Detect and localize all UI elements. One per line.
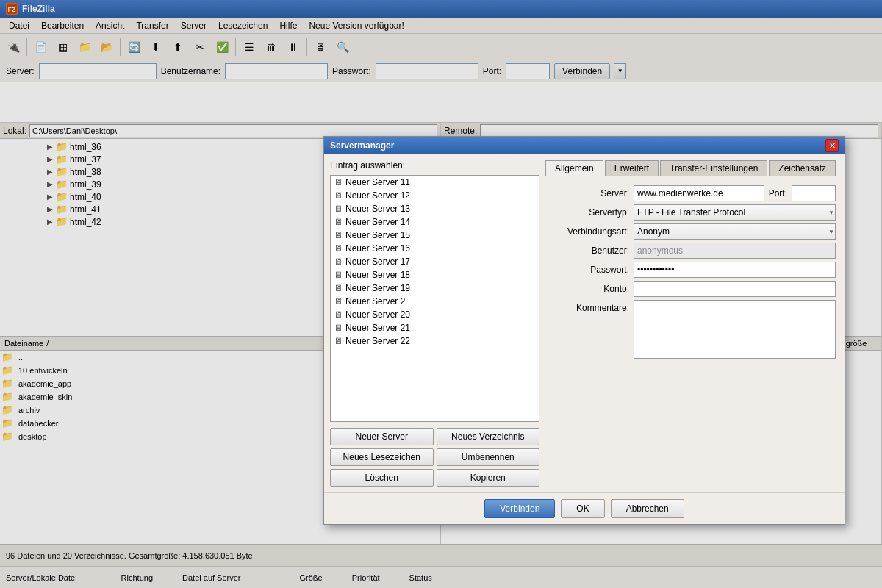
new-server-button[interactable]: Neuer Server	[330, 428, 434, 445]
dialog-close-button[interactable]: ✕	[825, 139, 839, 152]
server-action-buttons-row2: Neues Lesezeichen Umbenennen	[330, 448, 539, 466]
server-icon: 🖥	[334, 177, 343, 187]
list-item[interactable]: 🖥 Neuer Server 21	[331, 321, 539, 334]
dialog-body: Eintrag auswählen: 🖥 Neuer Server 11 🖥 N…	[324, 154, 845, 492]
server-icon: 🖥	[334, 296, 343, 306]
server-icon: 🖥	[334, 204, 343, 214]
server-icon: 🖥	[334, 257, 343, 267]
list-item[interactable]: 🖥 Neuer Server 14	[331, 215, 539, 229]
pass-field[interactable]	[634, 262, 836, 278]
server-tree-panel: Eintrag auswählen: 🖥 Neuer Server 11 🖥 N…	[330, 160, 539, 487]
server-tree[interactable]: 🖥 Neuer Server 11 🖥 Neuer Server 12 🖥 Ne…	[330, 175, 539, 422]
server-tree-label: Eintrag auswählen:	[330, 160, 539, 171]
list-item[interactable]: 🖥 Neuer Server 11	[331, 176, 539, 189]
server-icon: 🖥	[334, 323, 343, 333]
server-icon: 🖥	[334, 336, 343, 346]
account-label: Konto:	[548, 284, 629, 294]
tab-zeichensatz[interactable]: Zeichensatz	[769, 160, 836, 176]
account-field[interactable]	[634, 281, 836, 297]
comments-row: Kommentare:	[548, 300, 836, 361]
list-item[interactable]: 🖥 Neuer Server 17	[331, 255, 539, 268]
servertype-label: Servertyp:	[548, 207, 629, 218]
server-icon: 🖥	[334, 217, 343, 227]
server-icon: 🖥	[334, 270, 343, 280]
list-item[interactable]: 🖥 Neuer Server 18	[331, 268, 539, 282]
settings-panel: Allgemein Erweitert Transfer-Einstellung…	[545, 160, 839, 487]
dialog-titlebar: Servermanager ✕	[324, 137, 845, 154]
list-item[interactable]: 🖥 Neuer Server 19	[331, 282, 539, 295]
pass-field-label: Passwort:	[548, 265, 629, 275]
server-field-label: Server:	[548, 188, 629, 198]
delete-button[interactable]: Löschen	[330, 469, 434, 487]
servertype-select-wrapper: FTP - File Transfer Protocol ▼	[634, 204, 836, 220]
connection-select-wrapper: Anonym Normal Ohne Anmeldung ▼	[634, 223, 836, 240]
user-field-label: Benutzer:	[548, 245, 629, 256]
list-item[interactable]: 🖥 Neuer Server 2	[331, 295, 539, 308]
dialog-overlay: Servermanager ✕ Eintrag auswählen: 🖥 Neu…	[0, 0, 882, 588]
dialog-ok-button[interactable]: OK	[561, 499, 604, 518]
account-row: Konto:	[548, 281, 836, 297]
server-row: Server: Port:	[548, 185, 836, 201]
list-item[interactable]: 🖥 Neuer Server 16	[331, 242, 539, 255]
servermanager-dialog: Servermanager ✕ Eintrag auswählen: 🖥 Neu…	[323, 136, 845, 525]
dialog-cancel-button[interactable]: Abbrechen	[611, 499, 684, 518]
dialog-connect-button[interactable]: Verbinden	[484, 499, 555, 518]
server-icon: 🖥	[334, 243, 343, 254]
comments-label: Kommentare:	[548, 300, 629, 313]
server-field[interactable]	[634, 185, 764, 201]
servertype-row: Servertyp: FTP - File Transfer Protocol …	[548, 204, 836, 220]
comments-field-wrapper	[634, 300, 836, 361]
server-action-buttons-row1: Neuer Server Neues Verzeichnis	[330, 428, 539, 445]
dialog-footer: Verbinden OK Abbrechen	[324, 492, 845, 524]
dialog-title: Servermanager	[330, 140, 394, 151]
server-icon: 🖥	[334, 309, 343, 320]
user-field[interactable]	[634, 243, 836, 259]
connection-select[interactable]: Anonym Normal Ohne Anmeldung	[634, 223, 836, 240]
list-item[interactable]: 🖥 Neuer Server 13	[331, 202, 539, 215]
server-icon: 🖥	[334, 190, 343, 201]
port-field-label: Port:	[769, 188, 787, 198]
port-field[interactable]	[792, 185, 836, 201]
copy-button[interactable]: Kopieren	[437, 469, 540, 487]
settings-tabs: Allgemein Erweitert Transfer-Einstellung…	[545, 160, 839, 176]
tab-transfer[interactable]: Transfer-Einstellungen	[660, 160, 767, 176]
new-bookmark-button[interactable]: Neues Lesezeichen	[330, 448, 434, 466]
tab-allgemein[interactable]: Allgemein	[545, 160, 603, 176]
user-row: Benutzer:	[548, 243, 836, 259]
pass-row: Passwort:	[548, 262, 836, 278]
server-action-buttons-row3: Löschen Kopieren	[330, 469, 539, 487]
tab-erweitert[interactable]: Erweitert	[605, 160, 659, 176]
list-item[interactable]: 🖥 Neuer Server 15	[331, 229, 539, 242]
rename-button[interactable]: Umbenennen	[437, 448, 540, 466]
list-item[interactable]: 🖥 Neuer Server 12	[331, 189, 539, 202]
connection-row: Verbindungsart: Anonym Normal Ohne Anmel…	[548, 223, 836, 240]
settings-form: Server: Port: Servertyp: FTP - File Tran…	[545, 181, 839, 368]
list-item[interactable]: 🖥 Neuer Server 22	[331, 334, 539, 348]
list-item[interactable]: 🖥 Neuer Server 20	[331, 308, 539, 321]
new-dir-button[interactable]: Neues Verzeichnis	[437, 428, 540, 445]
connection-label: Verbindungsart:	[548, 226, 629, 237]
servertype-select[interactable]: FTP - File Transfer Protocol	[634, 204, 836, 220]
server-icon: 🖥	[334, 283, 343, 293]
comments-field[interactable]	[634, 300, 836, 359]
server-icon: 🖥	[334, 230, 343, 240]
